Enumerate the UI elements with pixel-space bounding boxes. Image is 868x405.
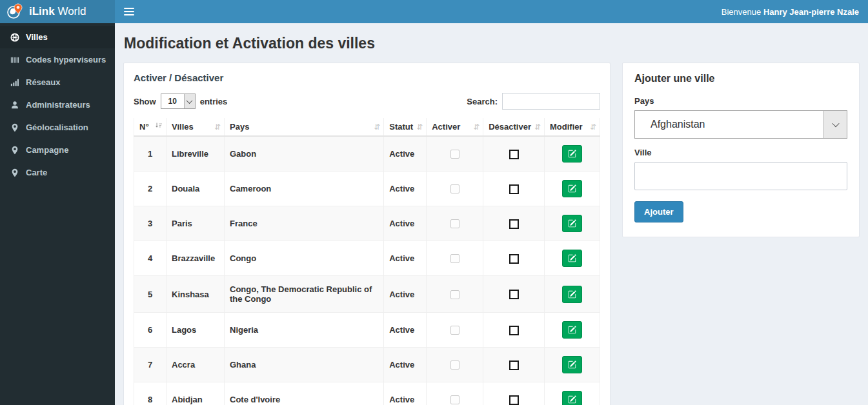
edit-button[interactable] — [562, 286, 582, 303]
desactiver-cell — [483, 348, 545, 382]
row-number-cell: 6 — [134, 313, 167, 348]
entries-label: entries — [200, 97, 228, 106]
column-header-label: Pays — [230, 122, 249, 132]
desactiver-checkbox[interactable] — [509, 326, 519, 335]
desactiver-checkbox[interactable] — [509, 290, 519, 299]
edit-button[interactable] — [562, 391, 582, 405]
column-header-statut[interactable]: Statut⇵ — [384, 118, 427, 136]
edit-button[interactable] — [562, 321, 582, 339]
table-header-row: N° Villes⇵ Pays⇵ Statut⇵ Activer⇵ Désact… — [134, 118, 600, 136]
edit-pencil-icon — [568, 219, 576, 228]
activer-checkbox[interactable] — [450, 395, 459, 404]
column-header-pays[interactable]: Pays⇵ — [225, 118, 384, 136]
desactiver-checkbox[interactable] — [509, 219, 519, 229]
column-header-num[interactable]: N° — [134, 118, 167, 136]
activer-checkbox[interactable] — [450, 219, 459, 228]
sidebar-item-reseaux[interactable]: Réseaux — [0, 71, 115, 94]
sidebar-item-label: Administrateurs — [26, 100, 90, 110]
edit-pencil-icon — [568, 395, 576, 404]
pays-cell: Congo, The Democratic Republic of the Co… — [225, 276, 384, 313]
edit-button[interactable] — [562, 250, 582, 267]
column-header-desactiver[interactable]: Désactiver⇵ — [483, 118, 545, 136]
activer-cell — [427, 382, 483, 405]
chevron-down-icon — [184, 94, 195, 108]
brand-name-regular: World — [57, 5, 86, 17]
table-row: 4BrazzavilleCongoActive — [134, 241, 600, 276]
ville-cell: Kinshasa — [167, 276, 225, 313]
globe-icon — [10, 32, 19, 42]
edit-button[interactable] — [562, 145, 582, 163]
activer-cell — [427, 348, 483, 382]
column-header-modifier[interactable]: Modifier⇵ — [545, 118, 600, 136]
desactiver-checkbox[interactable] — [509, 361, 519, 370]
desactiver-cell — [483, 313, 545, 348]
globe-pin-logo-icon — [6, 3, 23, 20]
activer-checkbox[interactable] — [450, 361, 459, 370]
edit-button[interactable] — [562, 356, 582, 373]
activer-checkbox[interactable] — [450, 290, 459, 299]
ajouter-button[interactable]: Ajouter — [634, 201, 683, 222]
villes-table-panel: Activer / Désactiver Show 10 entries Sea… — [123, 63, 611, 405]
row-number-cell: 3 — [134, 206, 167, 241]
top-bar: iLink World Bienvenue Hanry Jean-pierre … — [0, 0, 868, 23]
table-panel-title: Activer / Désactiver — [134, 72, 600, 83]
table-body: 1LibrevilleGabonActive 2DoualaCameroonAc… — [134, 136, 600, 405]
column-header-label: Modifier — [550, 122, 583, 132]
pays-cell: Cote d'Ivoire — [225, 382, 384, 405]
desactiver-checkbox[interactable] — [509, 395, 519, 405]
activer-checkbox[interactable] — [450, 184, 459, 193]
sidebar-item-geolocalisation[interactable]: Géolocalisation — [0, 116, 115, 139]
show-label: Show — [134, 97, 156, 106]
sidebar-item-villes[interactable]: Villes — [0, 26, 115, 48]
row-number-cell: 2 — [134, 172, 167, 206]
sidebar-item-label: Campagne — [26, 145, 68, 155]
ville-label: Ville — [634, 148, 847, 157]
desactiver-checkbox[interactable] — [509, 254, 519, 264]
sidebar: Villes Codes hyperviseurs Réseaux Admini… — [0, 23, 115, 405]
edit-button[interactable] — [562, 215, 582, 232]
sidebar-item-codes-hyperviseurs[interactable]: Codes hyperviseurs — [0, 48, 115, 71]
sort-icon: ⇵ — [590, 123, 596, 132]
pays-cell: Nigeria — [225, 313, 384, 348]
ville-input[interactable] — [634, 162, 847, 190]
sidebar-item-label: Villes — [26, 32, 48, 42]
activer-checkbox[interactable] — [450, 254, 459, 263]
pays-cell: Congo — [225, 241, 384, 276]
ville-cell: Paris — [167, 206, 225, 241]
hamburger-icon[interactable] — [124, 8, 134, 15]
activer-cell — [427, 136, 483, 172]
page-title: Modification et Activation des villes — [124, 35, 860, 52]
sidebar-item-campagne[interactable]: Campagne — [0, 139, 115, 161]
desactiver-checkbox[interactable] — [509, 184, 519, 194]
pays-select[interactable]: Afghanistan — [634, 110, 847, 139]
modifier-cell — [545, 382, 600, 405]
user-name: Hanry Jean-pierre Nzale — [763, 7, 859, 17]
table-row: 1LibrevilleGabonActive — [134, 136, 600, 172]
main-content: Modification et Activation des villes Ac… — [115, 23, 868, 405]
activer-checkbox[interactable] — [450, 150, 459, 159]
sort-asc-icon — [155, 122, 163, 132]
villes-table: N° Villes⇵ Pays⇵ Statut⇵ Activer⇵ Désact… — [134, 118, 600, 405]
app-logo[interactable]: iLink World — [0, 0, 115, 23]
column-header-label: Statut — [389, 122, 413, 132]
sidebar-item-carte[interactable]: Carte — [0, 161, 115, 184]
column-header-activer[interactable]: Activer⇵ — [427, 118, 483, 136]
modifier-cell — [545, 276, 600, 313]
pays-cell: France — [225, 206, 384, 241]
page-length-select[interactable]: 10 — [161, 94, 196, 109]
add-panel-title: Ajouter une ville — [634, 73, 847, 84]
edit-button[interactable] — [562, 180, 582, 197]
table-row: 8AbidjanCote d'IvoireActive — [134, 382, 600, 405]
activer-checkbox[interactable] — [450, 326, 459, 335]
sidebar-item-administrateurs[interactable]: Administrateurs — [0, 94, 115, 116]
statut-cell: Active — [384, 172, 427, 206]
column-header-villes[interactable]: Villes⇵ — [167, 118, 225, 136]
sidebar-item-label: Géolocalisation — [26, 123, 88, 132]
welcome-text: Bienvenue Hanry Jean-pierre Nzale — [722, 7, 859, 17]
search-input[interactable] — [502, 93, 600, 110]
statut-cell: Active — [384, 276, 427, 313]
edit-pencil-icon — [568, 326, 576, 334]
desactiver-checkbox[interactable] — [509, 150, 519, 159]
sort-icon: ⇵ — [214, 123, 221, 132]
desactiver-cell — [483, 206, 545, 241]
